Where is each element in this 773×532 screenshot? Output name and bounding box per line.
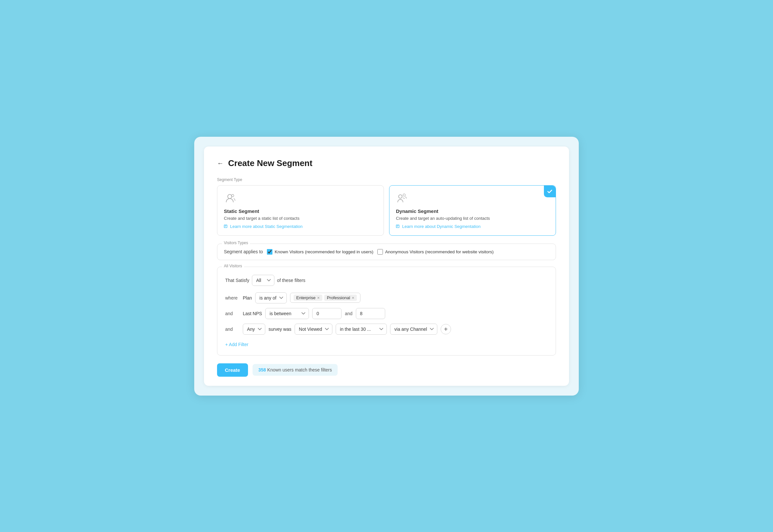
visitors-row: Segment applies to Known Visitors (recom…	[224, 249, 549, 255]
satisfy-suffix: of these filters	[277, 278, 305, 283]
filter-row-3: and Any survey was Not Viewed Viewed in …	[225, 324, 548, 335]
static-segment-desc: Create and target a static list of conta…	[224, 216, 377, 221]
row2-operator-select[interactable]: is between is greater than is less than	[265, 308, 309, 319]
row3-time-select[interactable]: in the last 30 ... in the last 7 days in…	[336, 324, 387, 335]
filter-box: All Visitors That Satisfy All Any of the…	[217, 267, 556, 356]
add-condition-button[interactable]: +	[441, 324, 451, 334]
known-visitors-checkbox[interactable]	[267, 249, 273, 255]
row1-field: Plan	[243, 295, 252, 301]
tag-professional: Professional ×	[324, 295, 357, 301]
row1-operator-select[interactable]: is any of is not is	[255, 292, 287, 303]
tag-professional-close[interactable]: ×	[352, 296, 354, 300]
visitors-types-box: Visitors Types Segment applies to Known …	[217, 244, 556, 260]
satisfy-label: That Satisfy	[225, 278, 249, 283]
dynamic-segment-link[interactable]: Learn more about Dynamic Segmentation	[396, 224, 549, 229]
dynamic-segment-icon	[396, 192, 549, 205]
add-filter-button[interactable]: + Add Filter	[225, 342, 248, 347]
dynamic-segment-card[interactable]: Dynamic Segment Create and target an aut…	[389, 185, 556, 236]
selected-check-badge	[544, 186, 555, 197]
row2-value-to[interactable]	[356, 308, 385, 319]
row3-channel-select[interactable]: via any Channel via Email via In-App	[390, 324, 437, 335]
anonymous-visitors-label: Anonymous Visitors (recommended for webs…	[385, 249, 494, 254]
back-button[interactable]: ←	[217, 160, 224, 166]
row2-and: and	[345, 311, 352, 316]
outer-card: ← Create New Segment Segment Type Static…	[194, 137, 579, 396]
filter-legend: All Visitors	[222, 264, 244, 268]
dynamic-segment-desc: Create and target an auto-updating list …	[396, 216, 549, 221]
svg-rect-5	[396, 225, 399, 228]
filter-row-1: where Plan is any of is not is Enterpris…	[225, 292, 548, 303]
svg-point-4	[403, 194, 405, 196]
applies-label: Segment applies to	[224, 249, 263, 254]
known-visitors-label: Known Visitors (recommended for logged i…	[275, 249, 373, 254]
row1-connector: where	[225, 295, 240, 301]
match-badge: 358Known users match these filters	[253, 364, 338, 376]
tag-enterprise: Enterprise ×	[294, 295, 322, 301]
static-segment-card[interactable]: Static Segment Create and target a stati…	[217, 185, 384, 236]
satisfy-select[interactable]: All Any	[252, 275, 274, 286]
dynamic-segment-title: Dynamic Segment	[396, 208, 549, 214]
header: ← Create New Segment	[217, 158, 556, 168]
row3-field-select[interactable]: Any	[243, 324, 265, 335]
match-count: 358	[259, 367, 266, 372]
anonymous-visitors-checkbox[interactable]	[377, 249, 383, 255]
page-title: Create New Segment	[228, 158, 313, 168]
satisfy-row: That Satisfy All Any of these filters	[225, 275, 548, 286]
footer-row: Create 358Known users match these filter…	[217, 363, 556, 377]
row1-tag-container: Enterprise × Professional ×	[290, 293, 360, 303]
svg-point-3	[399, 195, 402, 198]
row2-connector: and	[225, 311, 240, 316]
known-visitors-checkbox-group[interactable]: Known Visitors (recommended for logged i…	[267, 249, 373, 255]
row3-middle-text: survey was	[269, 327, 291, 332]
svg-point-0	[228, 194, 232, 199]
row2-value-from[interactable]	[312, 308, 342, 319]
segment-type-row: Static Segment Create and target a stati…	[217, 185, 556, 236]
static-segment-icon	[224, 192, 377, 205]
row2-field: Last NPS	[243, 311, 262, 316]
filter-row-2: and Last NPS is between is greater than …	[225, 308, 548, 319]
row3-status-select[interactable]: Not Viewed Viewed	[295, 324, 332, 335]
row3-connector: and	[225, 327, 240, 332]
static-segment-link[interactable]: Learn more about Static Segmentation	[224, 224, 377, 229]
match-text: Known users match these filters	[267, 367, 332, 372]
tag-enterprise-close[interactable]: ×	[317, 296, 320, 300]
static-segment-title: Static Segment	[224, 208, 377, 214]
segment-type-label: Segment Type	[217, 177, 556, 182]
visitors-legend: Visitors Types	[222, 241, 250, 245]
svg-rect-2	[224, 225, 227, 228]
main-card: ← Create New Segment Segment Type Static…	[204, 147, 569, 386]
anonymous-visitors-checkbox-group[interactable]: Anonymous Visitors (recommended for webs…	[377, 249, 494, 255]
create-button[interactable]: Create	[217, 363, 248, 377]
